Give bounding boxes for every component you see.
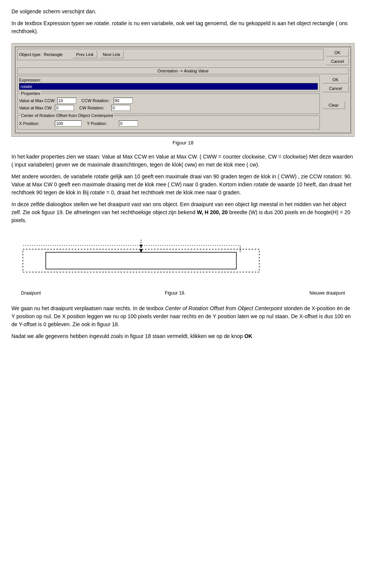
object-type-label: Object type: xyxy=(19,52,42,57)
intro-rotatie-2: rotatie xyxy=(112,20,127,26)
para2-rotatie: rotatie xyxy=(94,173,109,179)
expression-label: Expression: xyxy=(19,78,318,82)
para4-italic: Center of Rotation Offset from Object Ce… xyxy=(165,305,282,311)
next-link-button[interactable]: Next Link xyxy=(100,51,124,58)
para5-bold: OK xyxy=(244,333,252,339)
body-para3: In deze zelfde dialoogbox stellen we het… xyxy=(11,200,355,224)
prop-row-cw: Value at Max CW: CW Rotation: xyxy=(19,105,318,111)
dialog-left: Expression: rotatie Properties Value at … xyxy=(17,76,320,131)
orientation-title: Orientation -> Analog Value xyxy=(17,67,349,74)
cw-rotation-input[interactable] xyxy=(111,105,130,111)
value-max-ccw-label: Value at Max CCW: xyxy=(19,98,56,103)
properties-group: Properties Value at Max CCW: CCW Rotatio… xyxy=(17,93,320,114)
figure18-caption: Figuur 18 xyxy=(11,139,355,147)
para2-pre: Met andere woorden, de variabele xyxy=(11,173,94,179)
intro-line2-post: . xyxy=(109,20,112,26)
cancel-button-right[interactable]: Cancel xyxy=(322,85,349,92)
center-legend: Center of Rotation Offset from Object Ce… xyxy=(20,113,114,118)
value-max-ccw-input[interactable] xyxy=(57,98,76,104)
prop-row-ccw: Value at Max CCW: CCW Rotation: xyxy=(19,98,318,104)
para2-post3: = 0, draait het rechthoek met de klok me… xyxy=(105,189,241,195)
clear-button[interactable]: Clear xyxy=(322,101,345,109)
expression-section: Expression: rotatie xyxy=(17,76,320,92)
para2-rotatie3: rotatie xyxy=(90,189,105,195)
cw-rotation-label: CW Rotation: xyxy=(79,106,110,110)
para5-text: Nadat we alle gegevens hebben ingevuld z… xyxy=(11,333,244,339)
body-para2: Met andere woorden, de variabele rotatie… xyxy=(11,173,355,197)
ok-button-top[interactable]: OK xyxy=(326,49,349,56)
expression-value: rotatie xyxy=(21,84,32,89)
draaipunt-label: Draaipunt xyxy=(21,290,41,296)
nieuwe-draaipunt-label: Nieuwe draaipunt xyxy=(310,290,345,296)
para4-text: We gaan nu het draaipunt verplaatsen naa… xyxy=(11,305,165,311)
ccw-rotation-label: CCW Rotation: xyxy=(82,98,112,103)
expression-input[interactable]: rotatie xyxy=(19,83,318,90)
intro-line2-pre: In de textbox Expression typen we xyxy=(11,20,94,26)
body-para4: We gaan nu het draaipunt verplaatsen naa… xyxy=(11,304,355,328)
value-max-cw-label: Value at Max CW: xyxy=(19,106,53,110)
ok-cancel-section: OK Cancel xyxy=(322,76,349,92)
x-position-input[interactable] xyxy=(55,120,82,127)
y-position-input[interactable] xyxy=(119,120,138,127)
cancel-button-top[interactable]: Cancel xyxy=(326,58,349,65)
intro-line2: In de textbox Expression typen we rotati… xyxy=(11,19,355,35)
intro-rotatie-1: rotatie xyxy=(94,20,109,26)
ok-button-right[interactable]: OK xyxy=(322,76,349,83)
figure19-label: Figuur 19. xyxy=(165,290,185,296)
para2-rotatie2: rotatie xyxy=(254,181,268,187)
figure19-container: Draaipunt Figuur 19. Nieuwe draaipunt xyxy=(11,236,355,297)
position-row: X Position: Y Position: xyxy=(19,120,318,127)
dialog-screenshot: Object type: Rectangle Prev Link Next Li… xyxy=(11,43,355,137)
figure19-svg xyxy=(11,236,355,297)
svg-rect-3 xyxy=(46,252,236,269)
object-type-value: Rectangle xyxy=(44,52,71,57)
x-position-label: X Position: xyxy=(19,121,53,126)
ccw-rotation-input[interactable] xyxy=(114,98,133,104)
main-dialog-area: Expression: rotatie Properties Value at … xyxy=(17,76,349,131)
body-para1: In het kader properties zien we staan: V… xyxy=(11,153,355,169)
body-para5: Nadat we alle gegevens hebben ingevuld z… xyxy=(11,332,355,340)
prev-link-button[interactable]: Prev Link xyxy=(73,51,97,58)
value-max-cw-input[interactable] xyxy=(55,105,74,111)
para3-bold: W, H 200, 20 xyxy=(197,209,228,215)
y-position-label: Y Position: xyxy=(87,121,117,126)
intro-line1: De volgende scherm verschijnt dan. xyxy=(11,8,355,16)
rotation-group: Center of Rotation Offset from Object Ce… xyxy=(17,115,320,130)
dialog-outer: Object type: Rectangle Prev Link Next Li… xyxy=(15,46,351,133)
dialog-right-buttons: OK Cancel Clear xyxy=(322,76,349,131)
properties-legend: Properties xyxy=(20,91,41,96)
